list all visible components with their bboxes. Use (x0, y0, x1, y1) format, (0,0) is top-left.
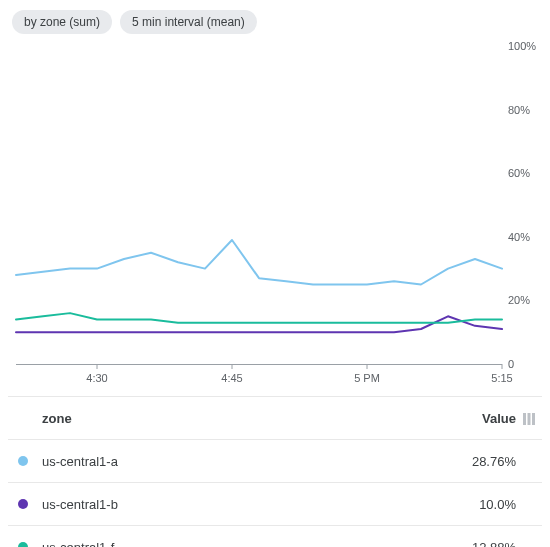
svg-text:80%: 80% (508, 104, 530, 116)
legend-swatch-col (8, 456, 38, 466)
legend-row[interactable]: us-central1-f12.88% (8, 526, 542, 547)
svg-text:4:30: 4:30 (86, 372, 107, 384)
chip-by-zone[interactable]: by zone (sum) (12, 10, 112, 34)
legend-series-name: us-central1-a (38, 454, 436, 469)
chip-label: by zone (sum) (24, 15, 100, 29)
legend-header-row: zone Value (8, 396, 542, 440)
legend-table: zone Value us-central1-a28.76%us-central… (8, 396, 542, 547)
svg-rect-17 (532, 413, 535, 425)
legend-swatch (18, 542, 28, 547)
legend-series-value: 12.88% (436, 540, 516, 548)
chart-svg: 100%80%60%40%20%04:304:455 PM5:15 (8, 38, 542, 388)
legend-header-value: Value (436, 411, 516, 426)
legend-swatch-col (8, 542, 38, 547)
chip-label: 5 min interval (mean) (132, 15, 245, 29)
svg-text:4:45: 4:45 (221, 372, 242, 384)
columns-icon (522, 412, 536, 426)
chip-interval[interactable]: 5 min interval (mean) (120, 10, 257, 34)
legend-series-name: us-central1-f (38, 540, 436, 548)
legend-series-value: 10.0% (436, 497, 516, 512)
legend-swatch (18, 499, 28, 509)
legend-swatch (18, 456, 28, 466)
svg-text:40%: 40% (508, 231, 530, 243)
svg-text:5 PM: 5 PM (354, 372, 380, 384)
svg-rect-15 (523, 413, 526, 425)
filter-chip-row: by zone (sum) 5 min interval (mean) (12, 10, 542, 34)
legend-header-zone: zone (38, 411, 436, 426)
legend-row[interactable]: us-central1-a28.76% (8, 440, 542, 483)
legend-row[interactable]: us-central1-b10.0% (8, 483, 542, 526)
svg-text:100%: 100% (508, 40, 536, 52)
legend-series-name: us-central1-b (38, 497, 436, 512)
svg-text:5:15: 5:15 (491, 372, 512, 384)
legend-swatch-col (8, 499, 38, 509)
svg-text:0: 0 (508, 358, 514, 370)
svg-text:60%: 60% (508, 167, 530, 179)
columns-toggle-icon[interactable] (516, 410, 542, 426)
legend-series-value: 28.76% (436, 454, 516, 469)
chart: 100%80%60%40%20%04:304:455 PM5:15 (8, 38, 542, 388)
svg-rect-16 (528, 413, 531, 425)
svg-text:20%: 20% (508, 294, 530, 306)
